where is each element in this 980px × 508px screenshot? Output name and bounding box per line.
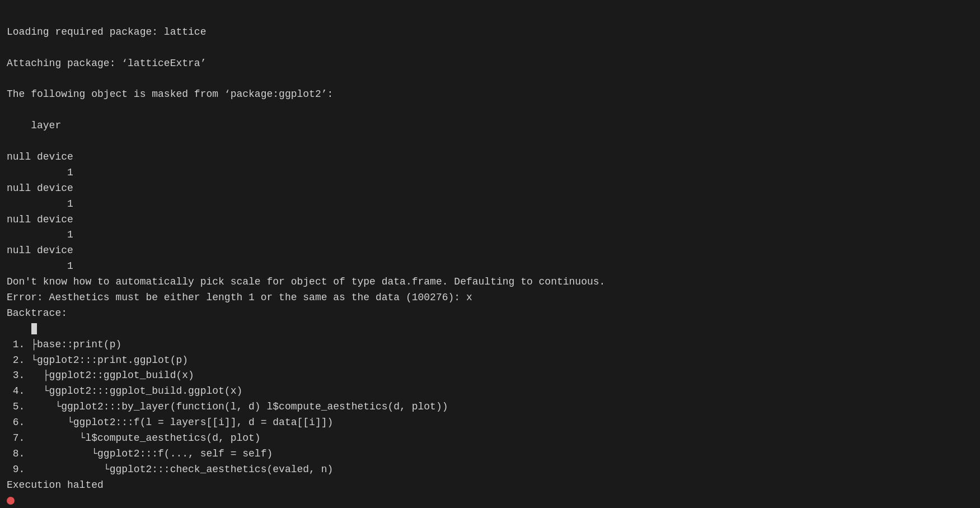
terminal-line: 7. └l$compute_aesthetics(d, plot) [7, 431, 973, 446]
terminal-line [7, 321, 973, 337]
terminal-output: Loading required package: latticeAttachi… [7, 9, 973, 493]
terminal-line: Attaching package: ‘latticeExtra’ [7, 56, 973, 72]
terminal-line: Execution halted [7, 478, 973, 493]
terminal-line: null device [7, 243, 973, 259]
terminal-line: null device [7, 181, 973, 197]
terminal-line: Backtrace: [7, 306, 973, 321]
terminal-line: 1. ├base::print(p) [7, 337, 973, 353]
terminal-line: 5. └ggplot2:::by_layer(function(l, d) l$… [7, 399, 973, 415]
terminal-line: Don't know how to automatically pick sca… [7, 274, 973, 290]
text-cursor [31, 323, 37, 334]
terminal-line: Loading required package: lattice [7, 25, 973, 40]
terminal-line: 8. └ggplot2:::f(..., self = self) [7, 446, 973, 462]
terminal-line [7, 72, 973, 87]
terminal-line: 2. └ggplot2:::print.ggplot(p) [7, 353, 973, 369]
terminal-line: 6. └ggplot2:::f(l = layers[[i]], d = dat… [7, 415, 973, 431]
terminal-line [7, 134, 973, 150]
terminal-line: The following object is masked from ‘pac… [7, 87, 973, 102]
terminal-line: null device [7, 150, 973, 165]
terminal-line [7, 40, 973, 56]
terminal-line: 1 [7, 165, 973, 181]
terminal-line: 9. └ggplot2:::check_aesthetics(evaled, n… [7, 462, 973, 478]
terminal-line: 1 [7, 227, 973, 243]
terminal-line: null device [7, 212, 973, 228]
terminal-line: 3. ├ggplot2::ggplot_build(x) [7, 368, 973, 384]
terminal-line: 4. └ggplot2:::ggplot_build.ggplot(x) [7, 384, 973, 399]
terminal-line [7, 102, 973, 118]
red-dot-indicator [7, 497, 15, 505]
terminal-line: layer [7, 118, 973, 134]
terminal-line: 1 [7, 259, 973, 274]
terminal-line: 1 [7, 197, 973, 212]
terminal-line: Error: Aesthetics must be either length … [7, 290, 973, 306]
